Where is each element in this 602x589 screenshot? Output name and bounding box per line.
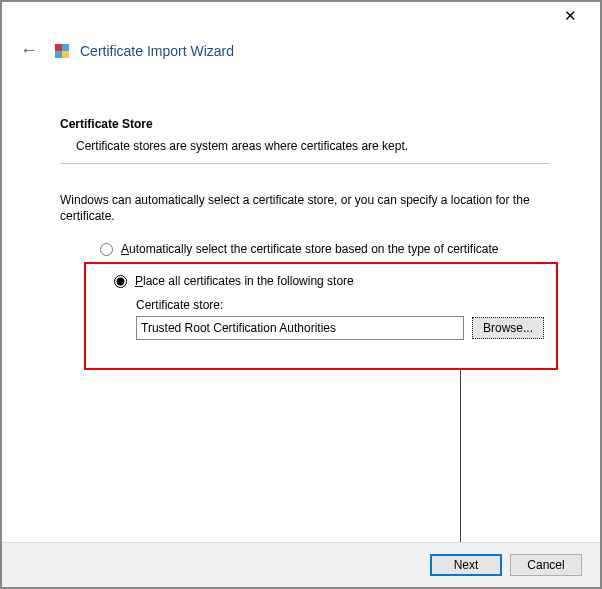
next-button-label: Next [454,558,479,572]
body: Certificate Store Certificate stores are… [2,61,600,370]
wizard-window: ✕ ← Certificate Import Wizard Certificat… [2,2,600,587]
radio-auto-select[interactable]: Automatically select the certificate sto… [100,242,550,256]
svg-rect-1 [62,44,69,51]
titlebar: ✕ [2,2,600,28]
wizard-title: Certificate Import Wizard [80,43,234,59]
browse-button[interactable]: Browse... [472,317,544,339]
radio-auto-input[interactable] [100,243,113,256]
radio-place-store[interactable]: Place all certificates in the following … [114,274,544,288]
cancel-button-label: Cancel [527,558,564,572]
divider [60,163,550,164]
browse-button-label: Browse... [483,321,533,335]
svg-rect-0 [55,44,62,51]
radio-place-input[interactable] [114,275,127,288]
svg-rect-3 [62,51,69,58]
store-row: Certificate store: Browse... [136,298,544,340]
cancel-button[interactable]: Cancel [510,554,582,576]
close-button[interactable]: ✕ [550,6,590,28]
footer: Next Cancel [2,542,600,587]
header: ← Certificate Import Wizard [2,28,600,61]
annotation-line [460,370,461,544]
store-input-row: Browse... [136,316,544,340]
highlighted-selection: Place all certificates in the following … [84,262,558,370]
back-button[interactable]: ← [14,40,44,61]
shield-icon [54,43,70,59]
section-description: Certificate stores are system areas wher… [76,139,550,153]
radio-place-label: Place all certificates in the following … [135,274,354,288]
radio-auto-label: Automatically select the certificate sto… [121,242,499,256]
store-input[interactable] [136,316,464,340]
svg-rect-2 [55,51,62,58]
section-title: Certificate Store [60,117,550,131]
explain-text: Windows can automatically select a certi… [60,192,550,224]
store-label: Certificate store: [136,298,544,312]
next-button[interactable]: Next [430,554,502,576]
